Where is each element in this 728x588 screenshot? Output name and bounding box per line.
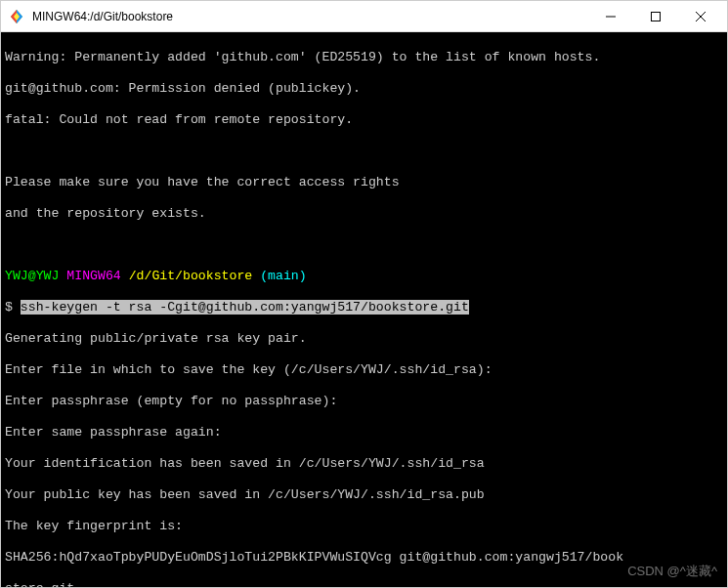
- output-line: Enter passphrase (empty for no passphras…: [5, 394, 723, 409]
- output-line: Enter file in which to save the key (/c/…: [5, 362, 723, 378]
- prompt-path: /d/Git/bookstore: [129, 269, 253, 283]
- output-line: git@github.com: Permission denied (publi…: [5, 81, 723, 97]
- prompt-env: MINGW64: [59, 269, 128, 283]
- prompt-dollar: $: [5, 300, 21, 315]
- output-line: store.git: [5, 581, 723, 587]
- selected-command: ssh-keygen -t rsa -Cgit@github.com:yangw…: [21, 300, 469, 315]
- svg-rect-1: [652, 12, 661, 21]
- output-line: Your public key has been saved in /c/Use…: [5, 487, 723, 503]
- output-line: and the repository exists.: [5, 206, 723, 222]
- command-line: $ ssh-keygen -t rsa -Cgit@github.com:yan…: [5, 300, 723, 315]
- blank-line: [5, 237, 723, 253]
- app-icon: [9, 9, 24, 24]
- prompt-branch: (main): [252, 269, 306, 283]
- output-line: Enter same passphrase again:: [5, 425, 723, 441]
- output-line: Generating public/private rsa key pair.: [5, 331, 723, 347]
- output-line: The key fingerprint is:: [5, 519, 723, 534]
- window-frame: MINGW64:/d/Git/bookstore Warning: Perman…: [0, 0, 728, 588]
- watermark: CSDN @^迷藏^: [627, 564, 717, 579]
- prompt-line: YWJ@YWJ MINGW64 /d/Git/bookstore (main): [5, 269, 723, 284]
- titlebar[interactable]: MINGW64:/d/Git/bookstore: [1, 1, 727, 32]
- close-button[interactable]: [678, 1, 723, 32]
- output-line: SHA256:hQd7xaoTpbyPUDyEuOmDSjloTui2PBkKI…: [5, 550, 723, 566]
- output-line: fatal: Could not read from remote reposi…: [5, 112, 723, 128]
- output-line: Warning: Permanently added 'github.com' …: [5, 50, 723, 65]
- output-line: Please make sure you have the correct ac…: [5, 175, 723, 190]
- prompt-user: YWJ@YWJ: [5, 269, 59, 283]
- output-line: Your identification has been saved in /c…: [5, 456, 723, 472]
- blank-line: [5, 144, 723, 159]
- minimize-button[interactable]: [588, 1, 633, 32]
- terminal-area[interactable]: Warning: Permanently added 'github.com' …: [1, 32, 727, 587]
- maximize-button[interactable]: [633, 1, 678, 32]
- window-title: MINGW64:/d/Git/bookstore: [32, 10, 588, 23]
- window-buttons: [588, 1, 723, 32]
